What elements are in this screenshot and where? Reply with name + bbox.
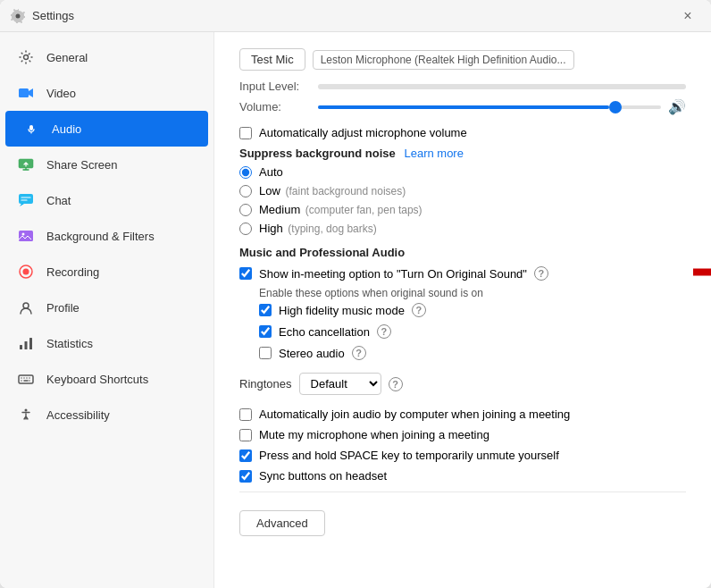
sidebar-label-recording: Recording [46,265,99,279]
sidebar-item-video[interactable]: Video [0,75,213,111]
noise-medium-radio[interactable] [239,204,252,216]
sync-headset-checkbox[interactable] [239,470,252,483]
press-space-row: Press and hold SPACE key to temporarily … [239,449,686,462]
suppress-noise-title: Suppress background noise [239,147,396,160]
volume-slider[interactable] [318,105,661,109]
enable-when-label: Enable these options when original sound… [259,286,686,299]
svg-rect-17 [20,345,22,349]
noise-auto-radio[interactable] [239,166,252,179]
svg-rect-30 [693,269,711,276]
ringtones-help-icon[interactable]: ? [389,377,403,391]
svg-point-13 [22,233,25,236]
sidebar-item-background[interactable]: Background & Filters [0,218,213,254]
sidebar-item-audio[interactable]: Audio [5,111,208,147]
sub-options: High fidelity music mode ? Echo cancella… [259,303,686,360]
sidebar: General Video [0,32,214,588]
input-level-row: Input Level: [239,80,686,93]
auto-adjust-row: Automatically adjust microphone volume [239,126,686,139]
sidebar-item-general[interactable]: General [0,39,213,75]
sidebar-item-accessibility[interactable]: Accessibility [0,397,213,433]
echo-row: Echo cancellation ? [259,324,686,339]
sidebar-item-profile[interactable]: Profile [0,290,213,325]
top-controls-row: Test Mic Leston Microphone (Realtek High… [239,48,686,71]
svg-point-16 [23,303,29,308]
background-icon [16,226,36,246]
auto-join-label[interactable]: Automatically join audio by computer whe… [259,407,570,421]
volume-fill [318,105,609,109]
noise-high-muted: (typing, dog barks) [288,223,376,235]
echo-checkbox[interactable] [259,325,272,338]
auto-adjust-checkbox[interactable] [239,127,252,139]
noise-medium-row: Medium (computer fan, pen taps) [239,203,686,216]
test-mic-button[interactable]: Test Mic [239,48,305,71]
ringtones-label: Ringtones [239,377,292,391]
hifi-label[interactable]: High fidelity music mode [279,304,405,317]
sidebar-item-recording[interactable]: Recording [0,254,213,290]
svg-point-15 [23,269,29,275]
noise-low-label[interactable]: Low (faint background noises) [259,184,406,197]
svg-rect-19 [29,338,32,349]
auto-join-checkbox[interactable] [239,408,252,421]
sidebar-item-chat[interactable]: Chat [0,182,213,218]
mute-mic-label[interactable]: Mute my microphone when joining a meetin… [259,428,489,441]
mute-mic-row: Mute my microphone when joining a meetin… [239,428,686,441]
svg-rect-8 [19,194,33,204]
settings-window: Settings × General [0,0,711,588]
noise-auto-label[interactable]: Auto [259,165,283,179]
music-section-title: Music and Professional Audio [239,246,686,259]
show-original-checkbox[interactable] [239,267,252,280]
learn-more-link[interactable]: Learn more [404,147,463,160]
sidebar-item-statistics[interactable]: Statistics [0,325,213,361]
gear-icon [16,47,36,67]
noise-high-row: High (typing, dog barks) [239,222,686,235]
hifi-checkbox[interactable] [259,304,272,316]
video-icon [16,83,36,103]
ringtones-select[interactable]: Default Classic Chime [299,373,381,395]
show-original-label[interactable]: Show in-meeting option to "Turn On Origi… [259,267,527,281]
show-original-help-icon[interactable]: ? [534,266,548,281]
sync-headset-row: Sync buttons on headset [239,469,686,483]
echo-label[interactable]: Echo cancellation [279,325,370,339]
main-content: General Video [0,32,711,588]
echo-help-icon[interactable]: ? [377,324,391,339]
mute-mic-checkbox[interactable] [239,429,252,441]
hifi-help-icon[interactable]: ? [412,303,426,317]
stereo-help-icon[interactable]: ? [352,346,366,360]
volume-thumb[interactable] [609,101,622,113]
noise-high-label[interactable]: High (typing, dog barks) [259,222,377,235]
stereo-checkbox[interactable] [259,347,272,359]
sidebar-label-accessibility: Accessibility [46,408,110,422]
input-level-label: Input Level: [239,80,311,93]
svg-point-28 [25,409,28,412]
sidebar-label-chat: Chat [46,194,71,207]
svg-rect-18 [25,341,28,349]
noise-high-radio[interactable] [239,223,252,235]
auto-join-row: Automatically join audio by computer whe… [239,407,686,421]
hifi-row: High fidelity music mode ? [259,303,686,317]
noise-low-muted: (faint background noises) [285,185,406,197]
press-space-checkbox[interactable] [239,449,252,462]
sidebar-item-keyboard[interactable]: Keyboard Shortcuts [0,361,213,397]
sidebar-item-share-screen[interactable]: Share Screen [0,147,213,182]
input-level-bar [318,84,686,89]
auto-adjust-label[interactable]: Automatically adjust microphone volume [259,126,467,139]
svg-rect-20 [19,375,33,383]
stereo-label[interactable]: Stereo audio [279,347,345,360]
svg-marker-9 [20,204,24,206]
record-icon [16,262,36,281]
noise-medium-label[interactable]: Medium (computer fan, pen taps) [259,203,422,216]
statistics-icon [16,333,36,353]
suppress-noise-section: Suppress background noise Learn more [239,147,686,160]
red-arrow-indicator [693,260,711,288]
close-button[interactable]: × [675,4,700,29]
sidebar-label-video: Video [46,87,76,100]
enable-when-text: Enable these options when original sound… [259,287,483,299]
sync-headset-label[interactable]: Sync buttons on headset [259,469,387,483]
ringtones-row: Ringtones Default Classic Chime ? [239,373,686,395]
press-space-label[interactable]: Press and hold SPACE key to temporarily … [259,449,559,462]
advanced-button[interactable]: Advanced [239,510,325,536]
noise-low-radio[interactable] [239,185,252,197]
chat-icon [16,190,36,210]
volume-row: Volume: 🔊 [239,98,686,115]
keyboard-icon [16,369,36,389]
